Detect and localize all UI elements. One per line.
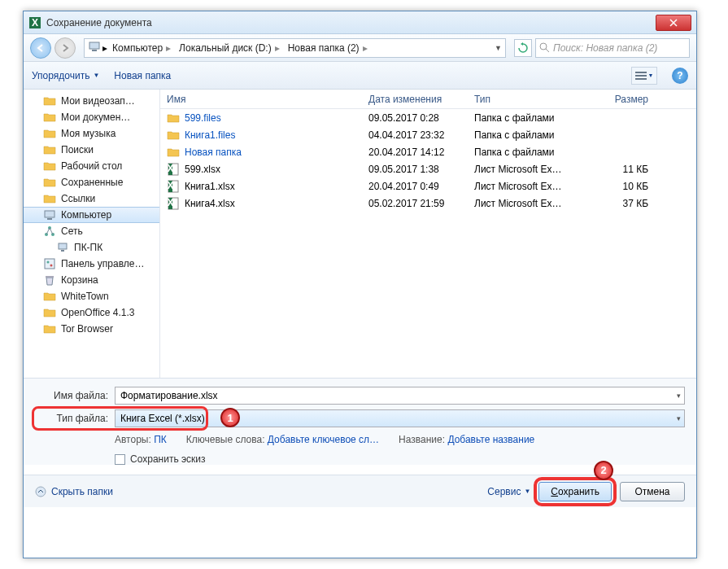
col-date[interactable]: Дата изменения [362, 94, 468, 105]
svg-point-28 [36, 487, 46, 497]
xlsx-icon: X [167, 197, 180, 210]
svg-rect-14 [61, 250, 64, 252]
tree-item[interactable]: Мои докумен… [24, 109, 159, 125]
folder-icon [43, 322, 56, 335]
svg-text:X: X [167, 197, 173, 208]
folder-icon [167, 112, 180, 125]
svg-rect-18 [46, 276, 54, 278]
tree-item[interactable]: Рабочий стол [24, 158, 159, 174]
nav-back-button[interactable] [30, 37, 51, 59]
cancel-button[interactable]: Отмена [620, 482, 685, 501]
tree-item[interactable]: Сеть [24, 223, 159, 239]
authors-field[interactable]: ПК [154, 434, 167, 445]
computer-icon [43, 208, 56, 221]
tree-item[interactable]: Мои видеозап… [24, 93, 159, 109]
chevron-down-icon[interactable]: ▼ [495, 44, 502, 52]
folder-icon [43, 192, 56, 205]
svg-point-17 [50, 265, 53, 267]
tree-item[interactable]: Сохраненные [24, 174, 159, 190]
titlebar: X Сохранение документа [24, 11, 696, 34]
save-thumbnail-checkbox[interactable] [115, 454, 125, 465]
folder-icon [43, 111, 56, 124]
col-name[interactable]: Имя [160, 94, 362, 105]
toolbar: Упорядочить ▼ Новая папка ▼ ? [24, 62, 696, 90]
help-button[interactable]: ? [672, 68, 688, 84]
window-title: Сохранение документа [46, 17, 656, 28]
tree-item[interactable]: Корзина [24, 272, 159, 288]
folder-icon [43, 306, 56, 319]
tree-item[interactable]: Моя музыка [24, 125, 159, 142]
svg-text:X: X [167, 163, 173, 174]
svg-rect-15 [45, 259, 54, 269]
svg-rect-6 [635, 75, 647, 77]
computer-icon [88, 40, 101, 55]
refresh-button[interactable] [514, 39, 532, 57]
folder-icon [43, 143, 56, 156]
breadcrumb-bar[interactable]: ▸ Компьютер▸ Локальный диск (D:)▸ Новая … [84, 38, 506, 58]
pc-icon [56, 241, 69, 254]
folder-tree[interactable]: Мои видеозап…Мои докумен…Моя музыкаПоиск… [24, 90, 160, 378]
new-folder-button[interactable]: Новая папка [114, 70, 171, 81]
svg-rect-5 [635, 72, 647, 73]
tree-item[interactable]: ПК-ПК [24, 239, 159, 256]
folder-icon [167, 146, 180, 159]
bin-icon [43, 274, 56, 287]
folder-icon [43, 127, 56, 140]
tree-item[interactable]: Ссылки [24, 190, 159, 207]
svg-point-4 [540, 43, 547, 50]
search-icon [539, 42, 550, 53]
keywords-field[interactable]: Добавьте ключевое сл… [268, 434, 379, 445]
folder-icon [167, 129, 180, 142]
save-thumbnail-label: Сохранить эскиз [130, 453, 206, 465]
nav-bar: ▸ Компьютер▸ Локальный диск (D:)▸ Новая … [24, 34, 696, 62]
organize-button[interactable]: Упорядочить ▼ [32, 70, 99, 81]
search-input[interactable]: Поиск: Новая папка (2) [535, 38, 690, 58]
folder-icon [43, 290, 56, 303]
tree-item[interactable]: Панель управле… [24, 256, 159, 272]
col-size[interactable]: Размер [590, 94, 655, 105]
folder-icon [43, 160, 56, 173]
svg-rect-3 [92, 50, 97, 51]
list-item[interactable]: XКнига1.xlsx20.04.2017 0:49Лист Microsof… [160, 177, 696, 195]
doc-title-field[interactable]: Добавьте название [447, 434, 534, 445]
list-item[interactable]: XКнига4.xlsx05.02.2017 21:59Лист Microso… [160, 195, 696, 212]
close-button[interactable] [656, 15, 691, 31]
service-button[interactable]: Сервис ▼ [487, 486, 530, 497]
metadata-row: Авторы: ПК Ключевые слова: Добавьте ключ… [115, 434, 685, 445]
svg-text:X: X [167, 180, 173, 191]
file-list: Имя Дата изменения Тип Размер 599.files0… [160, 90, 696, 378]
save-button[interactable]: Сохранить [538, 482, 612, 501]
xlsx-icon: X [167, 163, 180, 176]
hide-folders-button[interactable]: Скрыть папки [35, 486, 113, 497]
nav-forward-button[interactable] [54, 37, 76, 59]
breadcrumb-item[interactable]: Локальный диск (D:)▸ [176, 41, 283, 55]
annotation-badge: 1 [220, 408, 240, 427]
xlsx-icon: X [167, 180, 180, 193]
svg-rect-7 [635, 78, 647, 80]
breadcrumb-item[interactable]: Новая папка (2)▸ [285, 41, 371, 55]
list-header[interactable]: Имя Дата изменения Тип Размер [160, 90, 696, 109]
svg-rect-8 [45, 211, 54, 217]
chevron-down-icon[interactable]: ▾ [677, 392, 681, 400]
tree-item[interactable]: OpenOffice 4.1.3 [24, 304, 159, 321]
tree-item[interactable]: Поиски [24, 142, 159, 158]
tree-item[interactable]: Tor Browser [24, 321, 159, 337]
filetype-select[interactable]: Книга Excel (*.xlsx) ▾ [115, 409, 685, 427]
list-item[interactable]: X599.xlsx09.05.2017 1:38Лист Microsoft E… [160, 160, 696, 177]
svg-point-16 [47, 261, 50, 264]
excel-icon: X [28, 16, 41, 29]
list-item[interactable]: Книга1.files04.04.2017 23:32Папка с файл… [160, 126, 696, 143]
breadcrumb-item[interactable]: Компьютер▸ [109, 41, 174, 55]
col-type[interactable]: Тип [468, 94, 590, 105]
svg-rect-2 [89, 42, 99, 49]
filetype-label: Тип файла: [35, 413, 115, 424]
tree-item[interactable]: Компьютер [24, 207, 159, 223]
view-options-button[interactable]: ▼ [631, 67, 657, 85]
list-item[interactable]: 599.files09.05.2017 0:28Папка с файлами [160, 109, 696, 126]
filename-input[interactable]: ▾ [115, 387, 685, 405]
bottom-pane: Имя файла: ▾ Тип файла: Книга Excel (*.x… [24, 378, 696, 465]
chevron-down-icon[interactable]: ▾ [677, 414, 681, 422]
list-item[interactable]: Новая папка20.04.2017 14:12Папка с файла… [160, 143, 696, 160]
save-dialog: X Сохранение документа ▸ Компьютер▸ Лока… [23, 11, 697, 558]
tree-item[interactable]: WhiteTown [24, 288, 159, 304]
